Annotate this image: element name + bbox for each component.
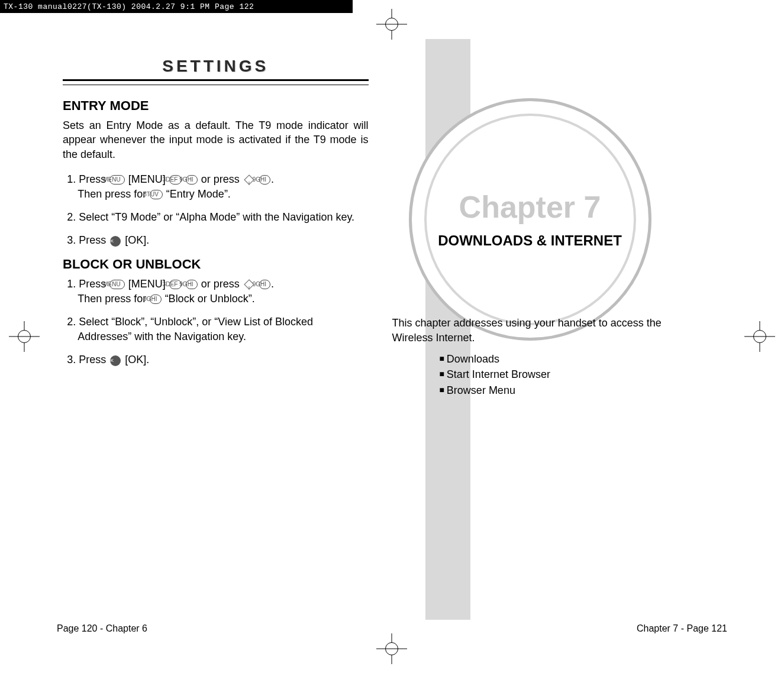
- nav-diamond-icon: [244, 174, 254, 185]
- chapter-title: Chapter 7: [459, 189, 601, 225]
- key-9ghi-icon: 9GHI: [259, 280, 270, 289]
- step-text: Press: [79, 173, 106, 185]
- step-dot: .: [271, 278, 274, 290]
- step-num: 3.: [67, 354, 76, 365]
- left-page: SETTINGS ENTRY MODE Sets an Entry Mode a…: [57, 39, 392, 634]
- nav-diamond-icon: [244, 279, 254, 290]
- step-text: [MENU]: [128, 173, 166, 185]
- registration-mark-top: [376, 9, 407, 40]
- chapter-subtitle: DOWNLOADS & INTERNET: [438, 232, 622, 250]
- section-heading-entry-mode: ENTRY MODE: [63, 98, 369, 114]
- step-text: or press: [201, 173, 240, 185]
- ok-button-icon: OK: [110, 355, 121, 366]
- step-text: Then press for: [78, 293, 146, 305]
- block-step-1: 1. Press MENU [MENU] 3DEF 9GHI or press …: [63, 277, 369, 306]
- registration-mark-bottom: [376, 633, 407, 664]
- step-text: Press: [79, 354, 106, 365]
- preflight-text: TX-130 manual0227(TX-130) 2004.2.27 9:1 …: [4, 2, 254, 11]
- step-text: [OK].: [125, 234, 149, 246]
- chapter-intro: This chapter addresses using your handse…: [392, 316, 704, 345]
- section-intro-entry-mode: Sets an Entry Mode as a default. The T9 …: [63, 118, 369, 161]
- step-text: Press: [79, 278, 106, 290]
- registration-mark-left: [9, 321, 40, 352]
- step-text: Press: [79, 234, 106, 246]
- key-9ghi-icon: 9GHI: [186, 175, 197, 185]
- title-rule-thin: [63, 85, 369, 85]
- chapter-ring-inner: Chapter 7 DOWNLOADS & INTERNET: [424, 114, 636, 325]
- right-page-footer: Chapter 7 - Page 121: [637, 623, 727, 634]
- registration-mark-right: [744, 321, 775, 352]
- title-rule-thick: [63, 79, 369, 81]
- key-9ghi-icon: 9GHI: [186, 280, 197, 289]
- entry-mode-step-3: 3. Press OK [OK].: [63, 233, 369, 248]
- left-page-footer: Page 120 - Chapter 6: [57, 623, 147, 634]
- page-spread: SETTINGS ENTRY MODE Sets an Entry Mode a…: [57, 39, 727, 634]
- list-item: Downloads: [440, 351, 704, 367]
- list-item: Browser Menu: [440, 383, 704, 398]
- step-num: 1.: [67, 173, 76, 185]
- ok-button-icon: OK: [110, 236, 121, 247]
- list-item: Start Internet Browser: [440, 367, 704, 382]
- step-text: Then press for: [78, 188, 146, 200]
- right-page: Chapter 7 DOWNLOADS & INTERNET This chap…: [392, 39, 728, 634]
- preflight-header: TX-130 manual0227(TX-130) 2004.2.27 9:1 …: [0, 0, 353, 13]
- step-text-quote: “Entry Mode”.: [166, 188, 231, 200]
- block-step-3: 3. Press OK [OK].: [63, 352, 369, 367]
- step-dot: .: [271, 173, 274, 185]
- step-num: 3.: [67, 234, 76, 246]
- page-title: SETTINGS: [63, 57, 369, 76]
- chapter-ring-outer: Chapter 7 DOWNLOADS & INTERNET: [409, 98, 651, 341]
- section-heading-block: BLOCK OR UNBLOCK: [63, 257, 369, 272]
- step-text-quote: “Block or Unblock”.: [165, 293, 255, 305]
- key-8tuv-icon: 8TUV: [150, 190, 163, 199]
- menu-key-icon: MENU: [109, 280, 124, 289]
- key-9ghi-icon: 9GHI: [150, 295, 161, 304]
- block-step-2: 2. Select “Block”, “Unblock”, or “View L…: [63, 315, 369, 344]
- step-num: 1.: [67, 278, 76, 290]
- key-9ghi-icon: 9GHI: [259, 175, 270, 185]
- chapter-bullet-list: Downloads Start Internet Browser Browser…: [440, 351, 704, 397]
- right-page-body: This chapter addresses using your handse…: [392, 316, 704, 398]
- step-text: [MENU]: [128, 278, 166, 290]
- step-text: [OK].: [125, 354, 149, 365]
- entry-mode-step-1: 1. Press MENU [MENU] 3DEF 9GHI or press …: [63, 172, 369, 202]
- menu-key-icon: MENU: [109, 175, 124, 185]
- entry-mode-step-2: 2. Select “T9 Mode” or “Alpha Mode” with…: [63, 210, 369, 225]
- step-text: or press: [201, 278, 240, 290]
